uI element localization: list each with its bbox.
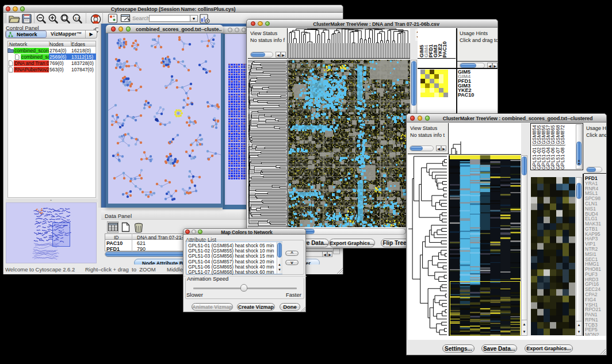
svg-text:1:1: 1:1: [75, 17, 80, 20]
